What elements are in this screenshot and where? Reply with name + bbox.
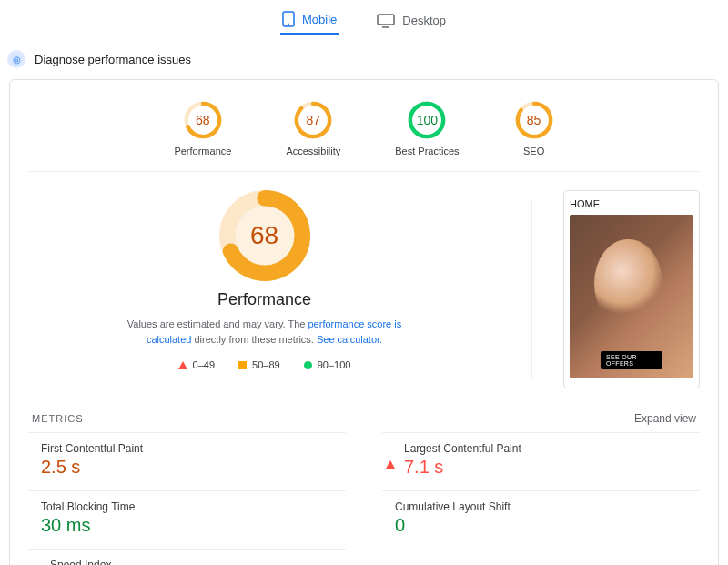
performance-gauge-large: 68 (219, 190, 310, 281)
screenshot-preview: HOME SEE OUR OFFERS (563, 190, 700, 388)
target-icon: ◎ (7, 50, 25, 68)
gauge-ring: 85 (514, 100, 554, 140)
legend-good-icon (304, 361, 312, 369)
gauge-best practices[interactable]: 100 Best Practices (395, 100, 459, 156)
metric-value: 30 ms (41, 515, 135, 536)
gauge-label: SEO (523, 146, 544, 156)
legend-mid-icon (238, 361, 247, 369)
diagnose-title: Diagnose performance issues (35, 53, 191, 66)
gauge-accessibility[interactable]: 87 Accessibility (286, 100, 340, 156)
legend-bad-icon (178, 361, 187, 369)
gauge-label: Accessibility (286, 146, 340, 156)
screenshot-label: HOME (570, 198, 693, 209)
diagnose-header: ◎ Diagnose performance issues (0, 41, 728, 79)
divider (531, 199, 532, 379)
desktop-icon (377, 14, 395, 28)
metric-status-icon (32, 561, 41, 565)
expand-view-button[interactable]: Expand view (634, 412, 696, 425)
metric-value: 2.5 s (41, 457, 143, 478)
metric-value: 0 (395, 515, 511, 536)
screenshot-image: SEE OUR OFFERS (570, 215, 693, 378)
category-gauges: 68 Performance 87 Accessibility 100 (28, 100, 700, 172)
device-tabs: Mobile Desktop (0, 0, 728, 41)
metric-name: Cumulative Layout Shift (395, 500, 511, 513)
metrics-header: METRICS Expand view (28, 396, 700, 432)
svg-point-1 (288, 24, 289, 25)
metric-name: Speed Index (50, 559, 111, 565)
metric-first contentful paint[interactable]: First Contentful Paint 2.5 s (28, 432, 346, 487)
gauge-ring: 100 (407, 100, 447, 140)
metric-name: First Contentful Paint (41, 442, 143, 455)
metrics-title: METRICS (32, 413, 84, 424)
metric-status-icon (386, 445, 395, 461)
gauge-score: 85 (514, 100, 554, 140)
report-panel: 68 Performance 87 Accessibility 100 (9, 79, 719, 565)
gauge-score: 68 (183, 100, 223, 140)
gauge-label: Performance (174, 146, 231, 156)
score-legend: 0–49 50–89 90–100 (178, 359, 351, 370)
gauge-seo[interactable]: 85 SEO (514, 100, 554, 156)
metric-largest contentful paint[interactable]: Largest Contentful Paint 7.1 s (382, 432, 700, 487)
tab-desktop[interactable]: Desktop (375, 5, 448, 35)
see-calculator-link[interactable]: See calculator. (317, 334, 382, 345)
performance-summary: 68 Performance Values are estimated and … (28, 190, 500, 388)
metrics-grid: First Contentful Paint 2.5 s Largest Con… (28, 432, 700, 565)
gauge-ring: 68 (183, 100, 223, 140)
gauge-score: 87 (293, 100, 333, 140)
tab-desktop-label: Desktop (402, 14, 446, 27)
gauge-score: 100 (407, 100, 447, 140)
tab-mobile-label: Mobile (302, 13, 337, 26)
metric-total blocking time[interactable]: Total Blocking Time 30 ms (28, 490, 346, 545)
metric-cumulative layout shift[interactable]: Cumulative Layout Shift 0 (382, 490, 700, 545)
performance-description: Values are estimated and may vary. The p… (110, 317, 420, 347)
performance-score: 68 (219, 190, 310, 281)
screenshot-cta: SEE OUR OFFERS (601, 351, 662, 369)
mobile-icon (282, 11, 295, 27)
metric-value: 7.1 s (404, 457, 521, 478)
gauge-label: Best Practices (395, 146, 459, 156)
svg-rect-2 (378, 15, 394, 25)
metric-name: Total Blocking Time (41, 500, 135, 513)
gauge-performance[interactable]: 68 Performance (174, 100, 231, 156)
gauge-ring: 87 (293, 100, 333, 140)
metric-speed index[interactable]: Speed Index 6.0 s (28, 549, 346, 565)
performance-title: Performance (217, 290, 311, 309)
metric-name: Largest Contentful Paint (404, 442, 521, 455)
tab-mobile[interactable]: Mobile (280, 5, 339, 35)
performance-section: 68 Performance Values are estimated and … (28, 172, 700, 396)
